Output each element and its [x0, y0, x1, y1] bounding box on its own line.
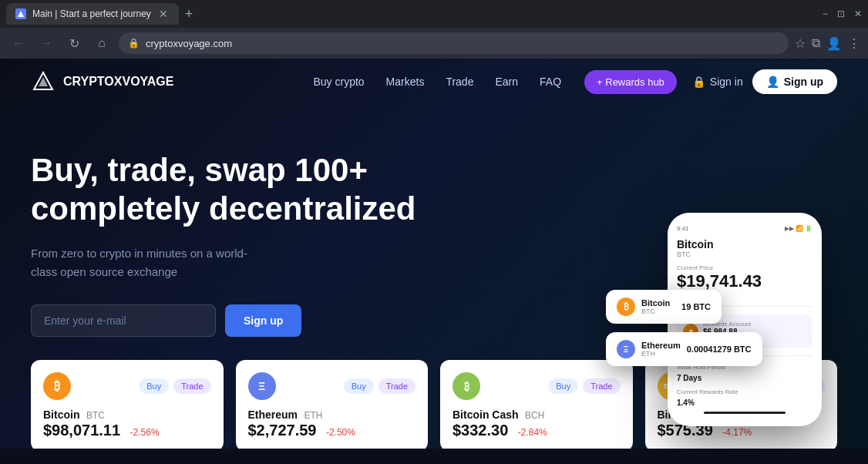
- new-tab-button[interactable]: +: [179, 3, 200, 25]
- eth-ticker: ETH: [304, 410, 323, 421]
- tab-favicon: [15, 8, 26, 19]
- nav-bar: ← → ↻ ⌂ 🔒 cryptoxvoyage.com ☆ ⧉ 👤 ⋮: [0, 28, 868, 59]
- btc-coin-icon: ₿: [43, 372, 71, 400]
- float-eth-name: Ethereum: [641, 341, 681, 350]
- crypto-card-bitcoin: ₿ Buy Trade Bitcoin BTC $98,071.11 -2.56…: [31, 360, 224, 449]
- address-bar[interactable]: 🔒 cryptoxvoyage.com: [119, 32, 789, 54]
- float-card-eth: Ξ Ethereum ETH 0.00041279 BTC: [606, 332, 762, 366]
- eth-buy-button[interactable]: Buy: [344, 378, 374, 394]
- close-button[interactable]: ✕: [854, 8, 862, 19]
- signin-button[interactable]: 🔒 Sign in: [692, 76, 743, 88]
- bch-change: -2.84%: [518, 427, 547, 438]
- phone-coin-sub: BTC: [677, 250, 812, 258]
- nav-earn[interactable]: Earn: [495, 76, 518, 88]
- nav-right-controls: ☆ ⧉ 👤 ⋮: [795, 36, 860, 51]
- nav-trade[interactable]: Trade: [446, 76, 473, 88]
- eth-trade-button[interactable]: Trade: [378, 378, 415, 394]
- signin-label: Sign in: [710, 76, 743, 88]
- signin-icon: 🔒: [692, 76, 705, 88]
- nav-links: Buy crypto Markets Trade Earn FAQ: [313, 76, 561, 88]
- auth-buttons: 🔒 Sign in 👤 Sign up: [692, 69, 837, 94]
- rewards-hub-button[interactable]: + Rewards hub: [584, 70, 677, 94]
- eth-change: -2.50%: [326, 427, 355, 438]
- eth-name: Ethereum: [248, 409, 298, 421]
- float-eth-icon: Ξ: [617, 340, 635, 358]
- btc-buy-button[interactable]: Buy: [139, 378, 169, 394]
- float-btc-icon: ₿: [617, 298, 635, 316]
- back-button[interactable]: ←: [8, 32, 29, 54]
- tab-title: Main | Start a perfect journey: [32, 8, 151, 19]
- btc-name: Bitcoin: [43, 409, 79, 421]
- crypto-card-ethereum: Ξ Buy Trade Ethereum ETH $2,727.59 -2.50…: [236, 360, 429, 449]
- float-btc-info: Bitcoin BTC: [641, 298, 670, 315]
- nav-buy-crypto[interactable]: Buy crypto: [313, 76, 364, 88]
- phone-hold-period: 7 Days: [677, 374, 812, 382]
- url-text: cryptoxvoyage.com: [146, 38, 779, 49]
- logo-icon: [31, 69, 56, 94]
- hero-subtitle: From zero to crypto in minutes on a worl…: [31, 244, 262, 281]
- bch-price: $332.30: [453, 422, 508, 439]
- phone-status-bar: 9:41 ▶▶ 📶 🔋: [677, 225, 812, 232]
- site-header: CRYPTOXVOYAGE Buy crypto Markets Trade E…: [0, 59, 868, 105]
- extensions-button[interactable]: ⧉: [812, 36, 820, 50]
- home-button[interactable]: ⌂: [91, 32, 113, 54]
- eth-price: $2,727.59: [248, 422, 317, 439]
- active-tab[interactable]: Main | Start a perfect journey ✕: [6, 3, 179, 25]
- hero-section: Buy, trade, swap 100+ completely decentr…: [0, 105, 868, 352]
- menu-button[interactable]: ⋮: [848, 36, 860, 51]
- hero-form: Sign up: [31, 304, 416, 337]
- float-eth-info: Ethereum ETH: [641, 341, 681, 358]
- btc-change: -2.56%: [130, 427, 160, 438]
- float-btc-value: 19 BTC: [681, 302, 711, 311]
- btc-trade-button[interactable]: Trade: [173, 378, 210, 394]
- minimize-button[interactable]: −: [823, 8, 828, 19]
- phone-mockup-wrapper: ₿ Bitcoin BTC 19 BTC Ξ Ethereum ETH 0.00…: [668, 213, 822, 426]
- float-card-btc: ₿ Bitcoin BTC 19 BTC: [606, 290, 722, 324]
- hero-title: Buy, trade, swap 100+ completely decentr…: [31, 151, 416, 229]
- float-btc-ticker: BTC: [641, 308, 670, 315]
- signup-button[interactable]: 👤 Sign up: [752, 69, 837, 94]
- float-btc-name: Bitcoin: [641, 298, 670, 308]
- btc-action-btns: Buy Trade: [139, 378, 210, 394]
- phone-price: $19,741.43: [677, 271, 812, 291]
- email-input[interactable]: [31, 304, 216, 337]
- site-content: CRYPTOXVOYAGE Buy crypto Markets Trade E…: [0, 59, 868, 449]
- lock-icon: 🔒: [128, 38, 140, 49]
- bch-name: Bitcoin Cash: [453, 409, 519, 421]
- bookmark-button[interactable]: ☆: [795, 36, 806, 51]
- bch-coin-icon: ₿: [453, 372, 480, 400]
- hero-signup-button[interactable]: Sign up: [225, 304, 301, 337]
- float-eth-ticker: ETH: [641, 350, 681, 358]
- bch-buy-button[interactable]: Buy: [548, 378, 578, 394]
- signup-person-icon: 👤: [766, 76, 779, 88]
- eth-action-btns: Buy Trade: [344, 378, 415, 394]
- crypto-card-bitcoin-cash: ₿ Buy Trade Bitcoin Cash BCH $332.30 -2.…: [440, 360, 633, 449]
- bch-trade-button[interactable]: Trade: [583, 378, 620, 394]
- phone-home-indicator: [704, 412, 786, 414]
- signup-label: Sign up: [784, 76, 823, 88]
- phone-price-label: Current Price: [677, 264, 812, 271]
- browser-chrome: Main | Start a perfect journey ✕ + − ⊡ ✕: [0, 0, 868, 28]
- bch-ticker: BCH: [525, 410, 544, 421]
- svg-marker-0: [18, 11, 24, 17]
- window-controls: − ⊡ ✕: [823, 8, 862, 19]
- browser-tabs: Main | Start a perfect journey ✕ +: [6, 0, 818, 28]
- bch-action-btns: Buy Trade: [548, 378, 620, 394]
- profile-button[interactable]: 👤: [826, 36, 842, 51]
- btc-price: $98,071.11: [43, 422, 120, 439]
- hero-text-block: Buy, trade, swap 100+ completely decentr…: [31, 136, 416, 337]
- bnb-change: -4.17%: [722, 427, 752, 438]
- phone-coin-title: Bitcoin: [677, 238, 812, 250]
- tab-close-icon[interactable]: ✕: [157, 8, 170, 20]
- nav-faq[interactable]: FAQ: [540, 76, 561, 88]
- restore-button[interactable]: ⊡: [837, 8, 845, 19]
- reload-button[interactable]: ↻: [63, 32, 85, 54]
- forward-button[interactable]: →: [35, 32, 57, 54]
- nav-markets[interactable]: Markets: [386, 76, 425, 88]
- btc-ticker: BTC: [86, 410, 105, 421]
- eth-coin-icon: Ξ: [248, 372, 276, 400]
- float-eth-value: 0.00041279 BTC: [687, 345, 752, 354]
- phone-rewards-rate-label: Current Rewards Rate: [677, 388, 812, 395]
- phone-rewards-rate: 1.4%: [677, 398, 812, 407]
- logo[interactable]: CRYPTOXVOYAGE: [31, 69, 173, 94]
